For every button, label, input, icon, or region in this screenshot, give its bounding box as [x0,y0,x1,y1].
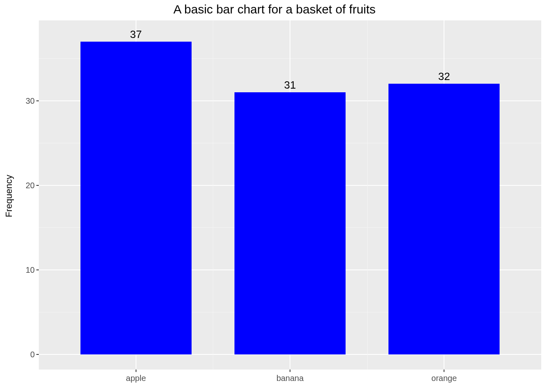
bar-value-label: 31 [284,79,296,92]
y-axis-label: Frequency [4,0,14,392]
bar-value-label: 37 [130,28,142,42]
chart-container: A basic bar chart for a basket of fruits… [0,0,549,392]
vgrid-minor [367,20,368,370]
plot-panel: 010203037apple31banana32orange [39,20,541,370]
x-tick-label: banana [277,370,304,383]
bar-value-label: 32 [438,70,450,84]
chart-title: A basic bar chart for a basket of fruits [0,2,549,16]
y-tick-label: 10 [26,265,39,274]
bar-banana [234,92,346,354]
x-tick-label: orange [431,370,457,383]
y-tick-label: 30 [26,96,39,105]
bar-orange [388,84,500,354]
bar-apple [80,42,192,354]
x-tick-label: apple [126,370,146,383]
y-tick-label: 20 [26,180,39,190]
y-tick-label: 0 [30,350,39,359]
vgrid-minor [213,20,213,370]
